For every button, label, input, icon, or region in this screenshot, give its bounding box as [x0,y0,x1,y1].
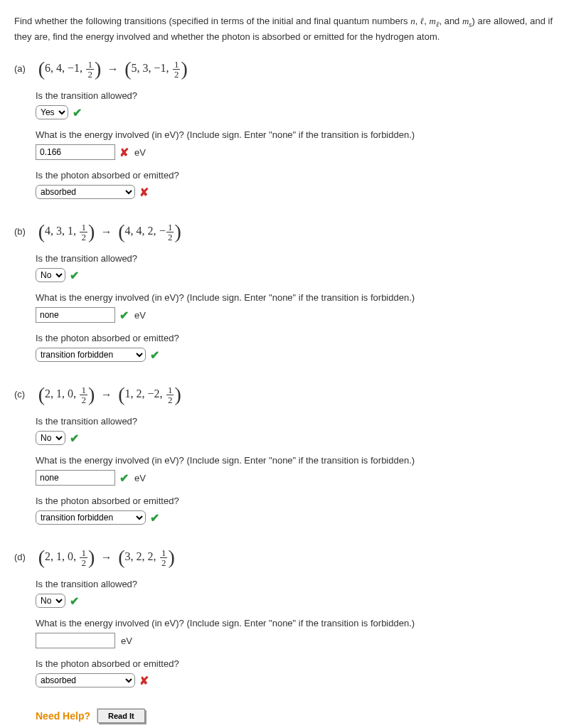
qn-n: n [410,16,415,26]
part-a-q2-input[interactable] [36,144,115,160]
part-c-q2-label: What is the energy involved (in eV)? (In… [36,455,572,466]
part-d-q2-label: What is the energy involved (in eV)? (In… [36,618,572,628]
qn-ml-m: m [430,16,436,26]
part-c: (c) (2, 1, 0, 12) → (1, 2, −2, 12) Is th… [14,383,572,525]
qn-ms-m: m [462,16,469,26]
check-icon: ✔ [73,106,82,119]
part-c-initial: 2, 1, 0, [45,388,76,400]
part-a-label: (a) [14,58,36,74]
part-a-final: 5, 3, −1, [132,63,169,75]
check-icon: ✔ [70,432,79,445]
part-c-q3-select[interactable]: transition forbidden [36,510,146,525]
part-a-q2-label: What is the energy involved (in eV)? (In… [36,129,572,140]
read-it-button[interactable]: Read It [97,709,145,723]
part-d-q3-label: Is the photon absorbed or emitted? [36,658,572,669]
check-icon: ✔ [70,594,79,608]
part-a-q3-select[interactable]: absorbed [36,185,135,199]
part-d-q2-unit: eV [121,636,132,646]
part-c-label: (c) [14,383,36,400]
check-icon: ✔ [119,471,129,485]
part-d-initial: 2, 1, 0, [45,551,76,563]
part-b-q2-label: What is the energy involved (in eV)? (In… [36,292,572,303]
part-d-q2-input[interactable] [36,633,115,648]
need-help-row: Need Help? Read It [36,709,572,723]
check-icon: ✔ [119,309,129,322]
part-a: (a) (6, 4, −1, 12) → (5, 3, −1, 12) Is t… [14,58,572,199]
part-c-q2-unit: eV [134,473,146,483]
part-a-q2-unit: eV [134,147,146,158]
part-b-q3-label: Is the photon absorbed or emitted? [36,333,572,343]
part-a-initial: 6, 4, −1, [45,63,82,75]
check-icon: ✔ [150,511,159,525]
part-b-q3-select[interactable]: transition forbidden [36,348,146,362]
check-icon: ✔ [70,269,79,282]
part-a-q1-label: Is the transition allowed? [36,90,572,101]
need-help-label: Need Help? [36,710,90,722]
part-c-transition: (2, 1, 0, 12) → (1, 2, −2, 12) [38,383,181,406]
x-icon: ✘ [139,674,149,687]
part-b-q1-select[interactable]: No [36,268,65,282]
part-b-q2-input[interactable] [36,307,115,323]
qn-and: , and [439,16,462,26]
part-c-q3-label: Is the photon absorbed or emitted? [36,496,572,506]
intro-text-1: Find whether the following transitions (… [14,16,410,26]
problem-intro: Find whether the following transitions (… [14,14,572,43]
part-c-final: 1, 2, −2, [124,388,162,400]
part-d-q3-select[interactable]: absorbed [36,673,135,687]
part-b-label: (b) [14,220,36,237]
x-icon: ✘ [119,146,129,159]
part-b-transition: (4, 3, 1, 12) → (4, 4, 2, −12) [38,220,181,243]
part-b-q1-label: Is the transition allowed? [36,253,572,264]
part-b-q2-unit: eV [134,310,146,321]
x-icon: ✘ [139,186,149,199]
part-a-q3-label: Is the photon absorbed or emitted? [36,170,572,181]
part-d-final: 3, 2, 2, [124,551,156,563]
part-a-transition: (6, 4, −1, 12) → (5, 3, −1, 12) [38,58,188,80]
part-c-q2-input[interactable] [36,470,115,486]
part-d-q1-select[interactable]: No [36,594,65,608]
part-a-q1-select[interactable]: Yes [36,105,68,119]
qn-l: ℓ [420,16,424,26]
part-d-transition: (2, 1, 0, 12) → (3, 2, 2, 12) [38,546,175,569]
part-b-initial: 4, 3, 1, [45,225,76,237]
part-c-q1-select[interactable]: No [36,431,65,445]
part-d-label: (d) [14,546,36,562]
part-b: (b) (4, 3, 1, 12) → (4, 4, 2, −12) Is th… [14,220,572,362]
part-d: (d) (2, 1, 0, 12) → (3, 2, 2, 12) Is the… [14,546,572,687]
part-d-q1-label: Is the transition allowed? [36,579,572,589]
part-c-q1-label: Is the transition allowed? [36,416,572,427]
check-icon: ✔ [150,348,159,362]
part-b-final: 4, 4, 2, [124,225,156,237]
